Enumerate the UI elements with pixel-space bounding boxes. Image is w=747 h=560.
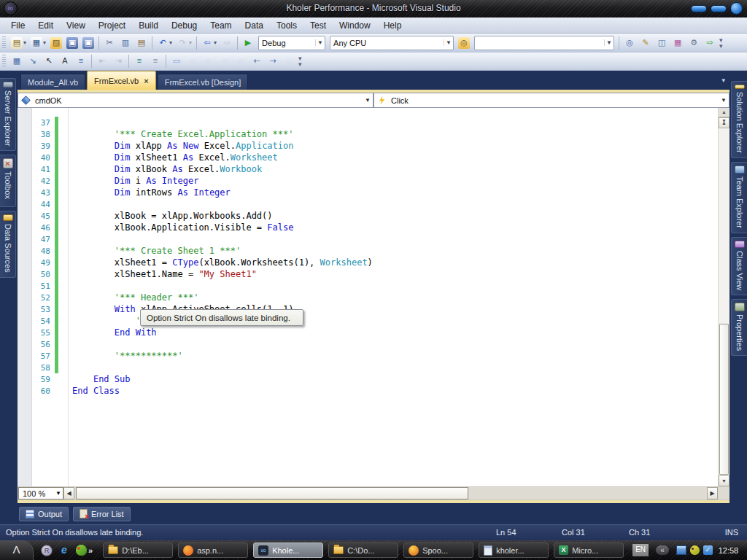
tab-module-all-vb[interactable]: Module_All.vb [20,74,85,90]
tab-list-dropdown-icon[interactable]: ▾ [721,77,725,84]
sidebar-tab-class-view[interactable]: Class View [731,237,747,295]
start-button[interactable]: Λ [0,540,34,560]
chevron-down-icon[interactable]: ▾ [214,39,217,46]
toolbar2-overflow[interactable]: ▾▾ [298,55,302,67]
zoom-combo[interactable]: 100 % ▼ [18,487,63,499]
sidebar-tab-toolbox[interactable]: Toolbox [0,155,16,207]
code-line[interactable]: 57 '***********' [18,350,718,362]
new-note-button[interactable]: ▭ [169,55,184,68]
code-editor[interactable]: 3738 '*** Create Excel.Application ***'3… [18,108,729,486]
menu-help[interactable]: Help [377,19,409,32]
chevron-down-icon[interactable]: ▼ [719,97,729,104]
internet-explorer-icon[interactable]: e [58,545,70,556]
sidebar-tab-properties[interactable]: Properties [731,299,747,356]
split-window-handle[interactable]: ▲▼ [719,108,729,117]
scroll-down-icon[interactable]: ▼ [719,475,729,486]
extension-manager-button[interactable]: ▦ [670,36,685,50]
find-symbol-button[interactable]: ◎ [622,36,637,50]
code-line[interactable]: 39 Dim xlApp As New Excel.Application [18,140,718,152]
object-combo[interactable]: cmdOK ▼ [18,93,374,108]
tray-dropbox-icon[interactable]: ✓ [703,545,713,555]
chevron-down-icon[interactable]: ▼ [444,39,453,46]
code-line[interactable]: 49 xlSheet1 = CType(xlBook.Worksheets(1)… [18,257,718,268]
scroll-up-icon[interactable]: ▲ [719,117,729,128]
code-line[interactable]: 50 xlSheet1.Name = "My Sheet1" [18,268,718,280]
document-outline-button[interactable]: ≡ [74,55,88,68]
code-line[interactable]: 56 [18,338,718,350]
chevron-down-icon[interactable]: ▼ [54,490,63,497]
taskbar-button[interactable]: asp.n... [178,542,248,558]
copy-button[interactable]: ▥ [118,36,133,50]
code-line[interactable]: 52 '*** Header ***' [18,292,718,303]
taskbar-button[interactable]: C:\Do... [328,542,398,558]
taskbar-button[interactable]: ∞Khole... [253,542,323,558]
toolbar-grip[interactable] [2,55,6,68]
start-debug-button[interactable]: ▶ [241,36,255,50]
sidebar-tab-team-explorer[interactable]: Team Explorer [731,162,747,233]
menu-test[interactable]: Test [303,19,333,32]
chevron-down-icon[interactable]: ▾ [23,39,26,46]
code-line[interactable]: 40 Dim xlSheet1 As Excel.Worksheet [18,152,718,163]
tray-blue-app-icon[interactable] [676,545,686,555]
tray-green-bird-icon[interactable] [690,545,700,555]
event-combo[interactable]: Click ▼ [374,93,729,108]
code-line[interactable]: 58 [18,362,718,373]
code-line[interactable]: 37 [18,117,718,128]
menu-team[interactable]: Team [204,19,238,32]
export-notes-button[interactable]: ⇢ [266,55,280,68]
undo-button[interactable]: ↶▾ [155,36,174,50]
vertical-scrollbar[interactable]: ▲▼ ▲ ▼ [718,108,729,486]
tab-frmexcel-vb[interactable]: FrmExcel.vb× [87,71,156,90]
menu-view[interactable]: View [60,19,92,32]
close-button[interactable] [730,2,743,15]
code-line[interactable]: 59 End Sub [18,373,718,385]
view-datagrid-button[interactable]: ▦ [9,55,24,68]
code-line[interactable]: 60End Class [18,385,718,397]
code-line[interactable]: 48 '*** Create Sheet 1 ***' [18,245,718,257]
taskbar-button[interactable]: XMicro... [554,542,624,558]
taskbar-button[interactable]: Spoo... [403,542,473,558]
tray-collapse-chevron[interactable]: « [656,545,669,555]
paste-button[interactable]: ▤ [134,36,149,50]
menu-data[interactable]: Data [239,19,270,32]
comment-selection-button[interactable]: ≡ [132,55,147,68]
menu-build[interactable]: Build [132,19,165,32]
code-line[interactable]: 51 [18,280,718,292]
navigate-backward-button[interactable]: ⇦▾ [200,36,218,50]
title-bar[interactable]: ∞ Kholer Performance - Microsoft Visual … [0,0,747,18]
sidebar-tab-solution-explorer[interactable]: Solution Explorer [731,81,747,158]
tab-frmexcel-vb-design[interactable]: FrmExcel.vb [Design] [158,74,249,90]
vertical-scroll-thumb[interactable] [719,324,729,475]
external-tools-button[interactable]: ⚙ [686,36,701,50]
menu-debug[interactable]: Debug [165,19,204,32]
chevron-down-icon[interactable]: ▾ [189,39,192,46]
minimize-button[interactable] [691,5,707,12]
menu-file[interactable]: File [4,19,31,32]
code-line[interactable]: 45 xlBook = xlApp.Workbooks.Add() [18,210,718,222]
pending-changes-button[interactable]: ✎ [638,36,653,50]
find-in-files-button[interactable]: ◎ [457,36,471,50]
code-line[interactable]: 43 Dim intRows As Integer [18,187,718,198]
taskbar-button[interactable]: kholer... [479,542,549,558]
menu-edit[interactable]: Edit [31,19,60,32]
toolbar-grip[interactable] [2,36,6,50]
sidebar-tab-data-sources[interactable]: Data Sources [0,211,16,278]
code-line[interactable]: 38 '*** Create Excel.Application ***' [18,128,718,140]
import-export-settings-button[interactable]: ⇨ [703,36,717,50]
horizontal-scroll-thumb[interactable] [76,487,468,499]
configuration-combo[interactable]: Debug▼ [258,36,325,50]
tab-order-button[interactable]: A [58,55,72,68]
add-item-button[interactable]: ▦▾ [29,36,47,50]
chevron-down-icon[interactable]: ▼ [604,39,614,46]
chevron-down-icon[interactable]: ▾ [43,39,46,46]
open-file-button[interactable]: ▨ [49,36,63,50]
parrot-icon[interactable] [76,545,87,556]
save-button[interactable]: ▣ [65,36,80,50]
scroll-right-icon[interactable]: ▶ [707,487,718,499]
code-line[interactable]: 53 With xlApp.ActiveSheet.cells(1, 1) [18,303,718,315]
horizontal-scrollbar[interactable] [74,487,707,499]
chevron-down-icon[interactable]: ▼ [363,97,373,104]
chevron-down-icon[interactable]: ▼ [315,39,325,46]
import-notes-button[interactable]: ⇠ [249,55,264,68]
code-line[interactable]: 47 [18,233,718,245]
